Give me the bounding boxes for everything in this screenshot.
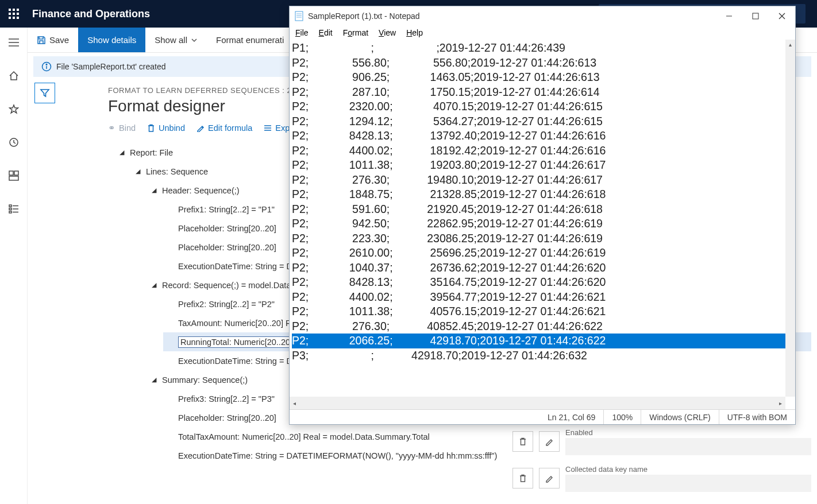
caret-icon[interactable]: ◢ [136, 168, 146, 175]
text-line[interactable]: P2; 1040.37; 26736.62;2019-12-27 01:44:2… [292, 261, 795, 276]
format-enum-label: Format enumerati [216, 35, 284, 45]
text-line[interactable]: P2; 276.30; 40852.45;2019-12-27 01:44:26… [292, 319, 795, 334]
show-all-label: Show all [155, 35, 187, 45]
tree-label: Placeholder: String[20..20] [178, 243, 276, 252]
svg-rect-7 [13, 17, 15, 19]
text-line[interactable]: P2; 1848.75; 21328.85;2019-12-27 01:44:2… [292, 187, 795, 202]
filter-button[interactable] [34, 83, 55, 103]
text-line[interactable]: P2; 8428.13; 35164.75;2019-12-27 01:44:2… [292, 275, 795, 290]
save-button[interactable]: Save [28, 28, 78, 52]
text-line[interactable]: P3; ; 42918.70;2019-12-27 01:44:26:632 [292, 348, 795, 363]
text-line[interactable]: P2; 591.60; 21920.45;2019-12-27 01:44:26… [292, 202, 795, 217]
text-line[interactable]: P2; 1294.12; 5364.27;2019-12-27 01:44:26… [292, 114, 795, 129]
rail-home-icon[interactable] [2, 65, 25, 86]
text-line[interactable]: P2; 2320.00; 4070.15;2019-12-27 01:44:26… [292, 99, 795, 114]
rail-hamburger-icon[interactable] [2, 32, 25, 53]
maximize-button[interactable] [742, 6, 769, 26]
caret-icon[interactable]: ◢ [152, 187, 162, 194]
save-label: Save [49, 35, 69, 45]
text-line[interactable]: P2; 223.30; 23086.25;2019-12-27 01:44:26… [292, 231, 795, 246]
tree-label: Lines: Sequence [146, 167, 208, 176]
trash-icon [147, 124, 155, 132]
text-line[interactable]: P2; 276.30; 19480.10;2019-12-27 01:44:26… [292, 173, 795, 188]
notepad-statusbar: Ln 21, Col 69 100% Windows (CRLF) UTF-8 … [290, 409, 795, 424]
show-all-button[interactable]: Show all [145, 28, 207, 52]
list-icon [264, 124, 272, 132]
rail-modules-icon[interactable] [2, 199, 25, 219]
caret-icon[interactable]: ◢ [152, 281, 162, 289]
rail-recent-icon[interactable] [2, 132, 25, 153]
svg-rect-0 [9, 9, 11, 11]
menu-edit[interactable]: Edit [319, 28, 333, 37]
tree-label: Prefix2: String[2..2] = "P2" [178, 300, 275, 309]
text-line[interactable]: P2; 4400.02; 39564.77;2019-12-27 01:44:2… [292, 290, 795, 305]
text-line[interactable]: P2; 1011.38; 19203.80;2019-12-27 01:44:2… [292, 158, 795, 173]
text-line[interactable]: P2; 906.25; 1463.05;2019-12-27 01:44:26:… [292, 70, 795, 85]
status-position: Ln 21, Col 69 [539, 410, 603, 424]
text-line[interactable]: P2; 1011.38; 40576.15;2019-12-27 01:44:2… [292, 304, 795, 319]
prop-delete-button[interactable] [512, 431, 533, 452]
svg-rect-20 [9, 211, 11, 213]
unbind-button[interactable]: Unbind [147, 123, 185, 133]
scroll-right-icon[interactable]: ▸ [776, 400, 785, 406]
prop-edit-button-2[interactable] [539, 468, 560, 489]
left-rail [0, 28, 28, 504]
svg-rect-18 [9, 205, 11, 207]
prop-enabled-field[interactable] [565, 438, 811, 455]
tree-label: Record: Sequence(;) = model.Data.List [162, 281, 306, 290]
caret-icon[interactable]: ◢ [120, 149, 130, 156]
svg-rect-2 [17, 9, 19, 11]
property-panel: Enabled Collected data key name [512, 429, 811, 503]
tree-label: Header: Sequence(;) [162, 186, 240, 195]
scrollbar-horizontal[interactable]: ◂ ▸ [290, 397, 785, 409]
text-line[interactable]: P2; 287.10; 1750.15;2019-12-27 01:44:26:… [292, 85, 795, 100]
scroll-up-icon[interactable]: ▴ [785, 40, 795, 49]
edit-formula-button[interactable]: Edit formula [196, 123, 252, 133]
menu-file[interactable]: File [295, 28, 309, 37]
tree-label: TotalTaxAmount: Numeric[20..20] Real = m… [178, 432, 430, 441]
svg-rect-17 [9, 176, 18, 180]
svg-rect-16 [14, 171, 18, 175]
app-title: Finance and Operations [32, 8, 150, 20]
format-enum-button[interactable]: Format enumerati [207, 28, 293, 52]
app-launcher-icon[interactable] [0, 0, 28, 28]
show-details-button[interactable]: Show details [78, 28, 145, 52]
text-line[interactable]: P2; 2610.00; 25696.25;2019-12-27 01:44:2… [292, 246, 795, 261]
text-line[interactable]: P2; 2066.25; 42918.70;2019-12-27 01:44:2… [292, 334, 795, 348]
rail-workspace-icon[interactable] [2, 165, 25, 186]
text-line[interactable]: P2; 8428.13; 13792.40;2019-12-27 01:44:2… [292, 129, 795, 144]
text-line[interactable]: P1; ; ;2019-12-27 01:44:26:439 [292, 41, 795, 56]
tree-label: ExecutionDateTime: String = DATETIMEFORM… [178, 451, 497, 460]
svg-rect-3 [9, 13, 11, 15]
notepad-icon [294, 11, 305, 21]
prop-edit-button[interactable] [539, 431, 560, 452]
text-line[interactable]: P2; 4400.02; 18192.42;2019-12-27 01:44:2… [292, 144, 795, 158]
tree-label: Prefix1: String[2..2] = "P1" [178, 205, 275, 214]
notepad-content[interactable]: P1; ; ;2019-12-27 01:44:26:439P2; 556.80… [290, 40, 795, 409]
prop-keyname-label: Collected data key name [565, 465, 811, 474]
tree-label: Prefix3: String[2..2] = "P3" [178, 394, 275, 404]
minimize-button[interactable] [716, 6, 742, 26]
prop-delete-button-2[interactable] [512, 468, 533, 489]
notepad-text[interactable]: P1; ; ;2019-12-27 01:44:26:439P2; 556.80… [290, 40, 795, 363]
menu-format[interactable]: Format [343, 28, 368, 37]
prop-keyname-field[interactable] [565, 475, 811, 492]
close-button[interactable] [769, 6, 795, 26]
caret-icon[interactable]: ◢ [152, 376, 162, 383]
bind-button: ⚭Bind [108, 123, 136, 133]
save-icon [37, 36, 46, 45]
menu-view[interactable]: View [379, 28, 396, 37]
status-eol: Windows (CRLF) [641, 410, 719, 424]
scrollbar-vertical[interactable]: ▴ [785, 40, 795, 397]
status-zoom: 100% [603, 410, 641, 424]
link-icon: ⚭ [108, 123, 115, 133]
text-line[interactable]: P2; 942.50; 22862.95;2019-12-27 01:44:26… [292, 216, 795, 231]
scroll-left-icon[interactable]: ◂ [290, 400, 299, 406]
text-line[interactable]: P2; 556.80; 556.80;2019-12-27 01:44:26:6… [292, 56, 795, 71]
svg-rect-8 [17, 17, 19, 19]
notepad-menu: File Edit Format View Help [290, 26, 795, 40]
notepad-titlebar[interactable]: SampleReport (1).txt - Notepad [290, 6, 795, 26]
rail-star-icon[interactable] [2, 99, 25, 119]
menu-help[interactable]: Help [406, 28, 423, 37]
svg-rect-15 [9, 171, 13, 175]
